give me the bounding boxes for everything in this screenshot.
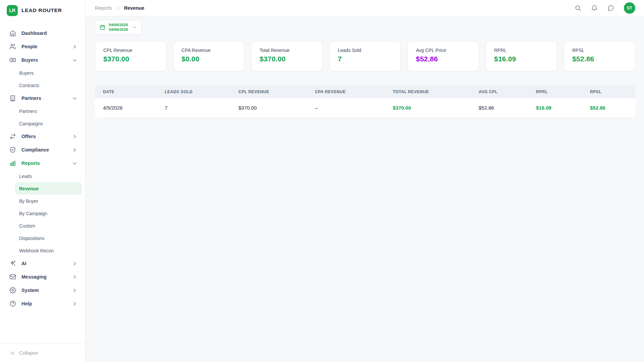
bell-icon	[591, 5, 598, 11]
topbar: Reports Revenue ST	[86, 0, 644, 16]
revenue-table: DATE LEADS SOLD CPL REVENUE CPA REVENUE …	[95, 85, 635, 118]
users-icon	[9, 43, 16, 50]
chevron-right-icon	[72, 261, 77, 266]
banknote-icon	[9, 57, 16, 63]
sidebar-nav: Dashboard People Buyers Buyers Contracts	[0, 21, 85, 344]
sidebar-item-dashboard[interactable]: Dashboard	[0, 26, 85, 40]
sidebar-item-offers[interactable]: Offers	[0, 130, 85, 143]
topbar-actions: ST	[575, 2, 635, 14]
sidebar-subitem-revenue[interactable]: Revenue	[15, 182, 82, 195]
sidebar-item-buyers[interactable]: Buyers	[0, 53, 85, 67]
calendar-icon	[99, 24, 106, 31]
search-button[interactable]	[575, 5, 581, 11]
shield-check-icon	[9, 146, 16, 153]
building-icon	[9, 95, 16, 102]
swap-arrows-icon	[9, 133, 16, 140]
page-content: 04/06/2026 04/06/2026 CPL Revenue $370.0…	[86, 16, 644, 118]
brand-header: LR LEAD ROUTER	[0, 0, 85, 21]
chevron-down-icon	[72, 161, 77, 166]
breadcrumb-reports[interactable]: Reports	[95, 5, 112, 11]
column-header-avg-cpl: AVG CPL	[471, 85, 528, 98]
sidebar-subitem-by-campaign[interactable]: By Campaign	[15, 207, 82, 220]
stat-card-leads-sold: Leads Sold 7	[329, 41, 401, 71]
chevron-right-icon	[72, 275, 77, 280]
sidebar-subitem-partners[interactable]: Partners	[15, 105, 82, 117]
sidebar-subitem-contracts[interactable]: Contracts	[15, 79, 82, 92]
sidebar-item-messaging[interactable]: Messaging	[0, 270, 85, 284]
help-circle-icon	[9, 300, 16, 307]
sidebar-item-help[interactable]: Help	[0, 297, 85, 310]
cell-cpl-revenue: $370.00	[230, 98, 307, 118]
chevron-right-icon	[72, 147, 77, 153]
column-header-leads-sold: LEADS SOLD	[157, 85, 230, 98]
date-range-values: 04/06/2026 04/06/2026	[109, 22, 128, 32]
sidebar-item-system[interactable]: System	[0, 284, 85, 297]
chevron-down-icon	[132, 25, 137, 29]
column-header-rpsl: RPSL	[582, 85, 635, 98]
sidebar-subitem-by-buyer[interactable]: By Buyer	[15, 195, 82, 207]
stat-card-rpsl: RPSL $52.86	[564, 41, 635, 71]
column-header-rprl: RPRL	[528, 85, 582, 98]
breadcrumb: Reports Revenue	[95, 5, 144, 11]
chevron-right-icon	[72, 44, 77, 49]
column-header-cpa-revenue: CPA REVENUE	[307, 85, 385, 98]
cell-date: 4/5/2026	[95, 98, 157, 118]
chevron-right-icon	[116, 6, 120, 10]
chat-bubble-icon	[607, 5, 614, 11]
user-avatar[interactable]: ST	[624, 2, 635, 14]
gear-icon	[9, 287, 16, 294]
sidebar-item-compliance[interactable]: Compliance	[0, 143, 85, 157]
sidebar-item-reports[interactable]: Reports	[0, 157, 85, 170]
notifications-button[interactable]	[591, 5, 598, 11]
sidebar-subitem-webhook-recon[interactable]: Webhook Recon	[15, 244, 82, 257]
main-area: Reports Revenue ST 04/06/2026 04/06/2026	[86, 0, 644, 362]
sidebar-subitem-buyers[interactable]: Buyers	[15, 67, 82, 79]
cell-leads-sold: 7	[157, 98, 230, 118]
logo-initials: LR	[9, 8, 15, 13]
messages-button[interactable]	[607, 5, 614, 11]
chevron-right-icon	[72, 301, 77, 306]
chevron-down-icon	[72, 58, 77, 63]
cell-total-revenue: $370.00	[385, 98, 471, 118]
chevron-right-icon	[72, 288, 77, 293]
sidebar-subitem-dispositions[interactable]: Dispositions	[15, 232, 82, 244]
chevron-right-icon	[72, 134, 77, 139]
stat-card-rprl: RPRL $16.09	[486, 41, 557, 71]
stat-card-avg-cpl-price: Avg CPL Price $52.86	[408, 41, 479, 71]
app-logo: LR	[7, 5, 18, 16]
column-header-date: DATE	[95, 85, 157, 98]
sidebar: LR LEAD ROUTER Dashboard People Buyers B…	[0, 0, 86, 362]
breadcrumb-current-page: Revenue	[124, 5, 144, 11]
app-name: LEAD ROUTER	[21, 7, 62, 13]
app-root: LR LEAD ROUTER Dashboard People Buyers B…	[0, 0, 644, 362]
stat-card-cpa-revenue: CPA Revenue $0.00	[173, 41, 245, 71]
cell-cpa-revenue: –	[307, 98, 385, 118]
cell-rprl: $16.09	[528, 98, 582, 118]
cell-rpsl: $52.86	[582, 98, 635, 118]
envelope-icon	[9, 274, 16, 280]
collapse-icon	[10, 350, 15, 356]
table-header-row: DATE LEADS SOLD CPL REVENUE CPA REVENUE …	[95, 85, 635, 98]
stat-card-total-revenue: Total Revenue $370.00	[251, 41, 323, 71]
sidebar-item-people[interactable]: People	[0, 40, 85, 53]
home-icon	[9, 30, 16, 37]
sparkles-icon	[9, 260, 16, 267]
sidebar-subitem-custom[interactable]: Custom	[15, 220, 82, 232]
collapse-label: Collapse	[19, 350, 38, 356]
column-header-total-revenue: TOTAL REVENUE	[385, 85, 471, 98]
table-row[interactable]: 4/5/2026 7 $370.00 – $370.00 $52.86 $16.…	[95, 98, 635, 118]
stat-cards-row: CPL Revenue $370.00 CPA Revenue $0.00 To…	[95, 41, 635, 71]
chevron-down-icon	[72, 96, 77, 101]
collapse-sidebar-button[interactable]: Collapse	[0, 344, 85, 362]
bar-chart-icon	[9, 160, 16, 167]
date-range-picker[interactable]: 04/06/2026 04/06/2026	[95, 20, 142, 35]
column-header-cpl-revenue: CPL REVENUE	[230, 85, 307, 98]
sidebar-item-ai[interactable]: AI	[0, 257, 85, 270]
stat-card-cpl-revenue: CPL Revenue $370.00	[95, 41, 166, 71]
sidebar-item-partners[interactable]: Partners	[0, 92, 85, 105]
sidebar-subitem-leads[interactable]: Leads	[15, 170, 82, 182]
sidebar-subitem-campaigns[interactable]: Campaigns	[15, 117, 82, 130]
cell-avg-cpl: $52.86	[471, 98, 528, 118]
date-range-start: 04/06/2026	[109, 22, 128, 27]
search-icon	[575, 5, 581, 11]
